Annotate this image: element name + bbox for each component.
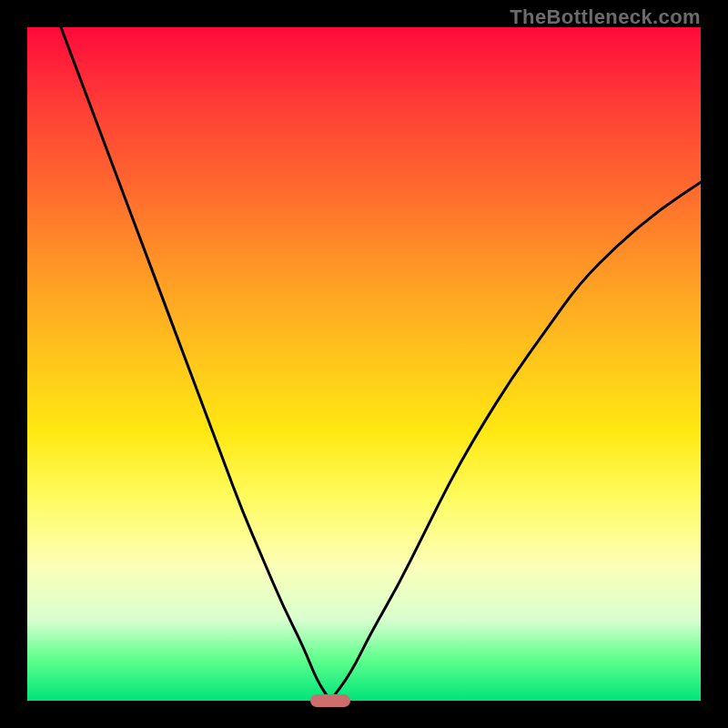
chart-frame: TheBottleneck.com xyxy=(0,0,728,728)
bottleneck-curve xyxy=(27,27,701,701)
plot-area xyxy=(27,27,701,701)
curve-right-branch xyxy=(330,182,701,701)
curve-left-branch xyxy=(61,27,330,701)
watermark-label: TheBottleneck.com xyxy=(510,5,701,29)
optimum-marker xyxy=(310,694,350,708)
